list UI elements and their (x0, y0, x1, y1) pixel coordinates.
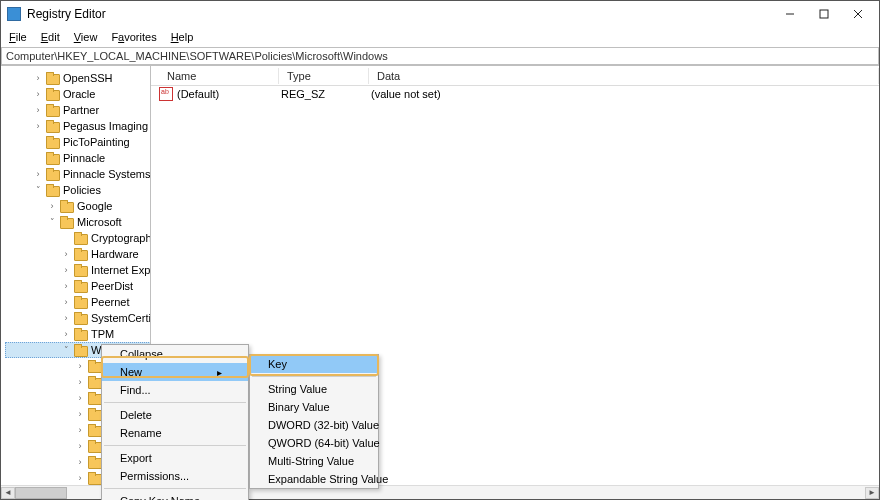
tree-item[interactable]: ˅Policies (5, 182, 151, 198)
folder-icon (74, 296, 88, 308)
menu-separator (104, 402, 246, 403)
string-value-icon (159, 87, 173, 101)
chevron-right-icon[interactable]: › (61, 265, 71, 275)
chevron-right-icon[interactable]: › (75, 393, 85, 403)
chevron-right-icon[interactable]: › (75, 377, 85, 387)
chevron-right-icon[interactable]: › (61, 297, 71, 307)
menu-item[interactable]: Permissions... (102, 467, 248, 485)
tree-item[interactable]: ›Partner (5, 102, 151, 118)
scroll-track[interactable] (15, 487, 865, 499)
menu-item[interactable]: Export (102, 449, 248, 467)
chevron-right-icon[interactable]: › (47, 201, 57, 211)
chevron-right-icon[interactable]: › (61, 329, 71, 339)
tree-item-label: Cryptography (91, 232, 151, 244)
tree-item-label: Pegasus Imaging (63, 120, 148, 132)
chevron-right-icon[interactable]: › (75, 441, 85, 451)
folder-icon (74, 232, 88, 244)
menu-item[interactable]: QWORD (64-bit) Value (250, 434, 378, 452)
folder-icon (74, 280, 88, 292)
menu-item-label: String Value (268, 383, 327, 395)
folder-icon (46, 136, 60, 148)
folder-icon (88, 376, 102, 388)
submenu-arrow-icon: ▸ (217, 367, 222, 378)
folder-icon (88, 424, 102, 436)
tree-item[interactable]: Pinnacle (5, 150, 151, 166)
address-bar[interactable]: Computer\HKEY_LOCAL_MACHINE\SOFTWARE\Pol… (1, 47, 879, 65)
tree-item[interactable]: ›Hardware (5, 246, 151, 262)
tree-item-label: PicToPainting (63, 136, 130, 148)
menu-item[interactable]: DWORD (32-bit) Value (250, 416, 378, 434)
chevron-right-icon[interactable]: › (33, 89, 43, 99)
horizontal-scrollbar[interactable]: ◄ ► (1, 485, 879, 499)
col-type[interactable]: Type (279, 68, 369, 84)
close-button[interactable] (841, 3, 875, 25)
col-name[interactable]: Name (159, 68, 279, 84)
scroll-left-button[interactable]: ◄ (1, 487, 15, 499)
chevron-right-icon[interactable]: › (75, 457, 85, 467)
menu-item-label: Export (120, 452, 152, 464)
tree-item[interactable]: ›SystemCertificates (5, 310, 151, 326)
menu-separator (252, 376, 376, 377)
chevron-down-icon[interactable]: ˅ (33, 185, 43, 195)
menu-item[interactable]: Expandable String Value (250, 470, 378, 488)
chevron-right-icon[interactable]: › (61, 313, 71, 323)
tree-item[interactable]: PicToPainting (5, 134, 151, 150)
tree-item-label: SystemCertificates (91, 312, 151, 324)
menu-file[interactable]: File (9, 31, 27, 43)
menu-item[interactable]: Key (250, 355, 378, 373)
tree-item[interactable]: ›Pegasus Imaging (5, 118, 151, 134)
menu-view[interactable]: View (74, 31, 98, 43)
tree-item[interactable]: ›TPM (5, 326, 151, 342)
folder-icon (46, 88, 60, 100)
tree-item-label: OpenSSH (63, 72, 113, 84)
chevron-right-icon[interactable]: › (61, 281, 71, 291)
tree-item-label: PeerDist (91, 280, 133, 292)
menu-item[interactable]: Collapse (102, 345, 248, 363)
chevron-right-icon[interactable]: › (33, 121, 43, 131)
tree-item-label: Microsoft (77, 216, 122, 228)
column-headers: Name Type Data (151, 66, 879, 86)
tree-item[interactable]: ›Pinnacle Systems (5, 166, 151, 182)
tree-item[interactable]: ›Google (5, 198, 151, 214)
menu-favorites[interactable]: Favorites (111, 31, 156, 43)
menu-item-label: Multi-String Value (268, 455, 354, 467)
menu-item-label: QWORD (64-bit) Value (268, 437, 380, 449)
scroll-right-button[interactable]: ► (865, 487, 879, 499)
tree-item[interactable]: ›OpenSSH (5, 70, 151, 86)
chevron-right-icon[interactable]: › (33, 105, 43, 115)
tree-item[interactable]: ›Oracle (5, 86, 151, 102)
tree-item[interactable]: ›Peernet (5, 294, 151, 310)
tree-item[interactable]: Cryptography (5, 230, 151, 246)
menu-item[interactable]: Rename (102, 424, 248, 442)
chevron-right-icon[interactable]: › (61, 249, 71, 259)
chevron-right-icon[interactable]: › (75, 425, 85, 435)
chevron-right-icon[interactable]: › (33, 73, 43, 83)
chevron-right-icon[interactable]: › (75, 409, 85, 419)
chevron-right-icon[interactable]: › (75, 473, 85, 483)
address-text: Computer\HKEY_LOCAL_MACHINE\SOFTWARE\Pol… (6, 50, 388, 62)
tree-item-label: Partner (63, 104, 99, 116)
tree-item[interactable]: ›PeerDist (5, 278, 151, 294)
menu-item[interactable]: New▸ (102, 363, 248, 381)
scroll-thumb[interactable] (15, 487, 67, 499)
menu-item[interactable]: Binary Value (250, 398, 378, 416)
menu-item[interactable]: Multi-String Value (250, 452, 378, 470)
menu-item[interactable]: Find... (102, 381, 248, 399)
chevron-down-icon[interactable]: ˅ (61, 345, 71, 355)
tree-item[interactable]: ˅Microsoft (5, 214, 151, 230)
menu-edit[interactable]: Edit (41, 31, 60, 43)
value-row[interactable]: (Default) REG_SZ (value not set) (159, 86, 879, 102)
menu-item[interactable]: Delete (102, 406, 248, 424)
tree-item[interactable]: ›Internet Explorer (5, 262, 151, 278)
chevron-right-icon[interactable]: › (75, 361, 85, 371)
menu-help[interactable]: Help (171, 31, 194, 43)
col-data[interactable]: Data (369, 68, 879, 84)
maximize-button[interactable] (807, 3, 841, 25)
chevron-down-icon[interactable]: ˅ (47, 217, 57, 227)
minimize-button[interactable] (773, 3, 807, 25)
folder-icon (88, 360, 102, 372)
chevron-right-icon[interactable]: › (33, 169, 43, 179)
value-data: (value not set) (371, 88, 879, 100)
context-menu: CollapseNew▸Find...DeleteRenameExportPer… (101, 344, 249, 500)
menu-item[interactable]: String Value (250, 380, 378, 398)
